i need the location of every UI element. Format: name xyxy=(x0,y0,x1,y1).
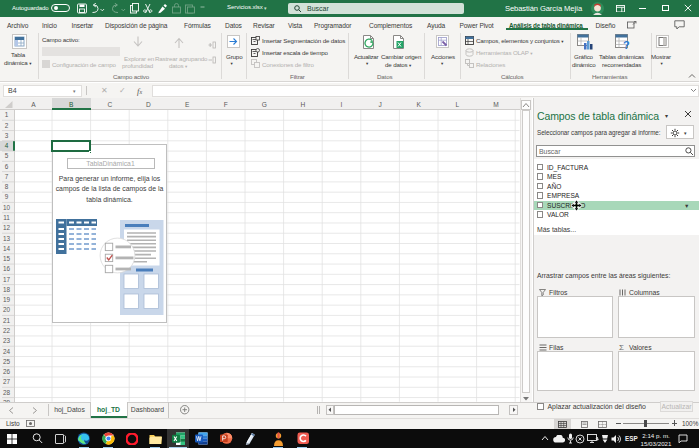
svg-text:?: ? xyxy=(623,39,630,50)
